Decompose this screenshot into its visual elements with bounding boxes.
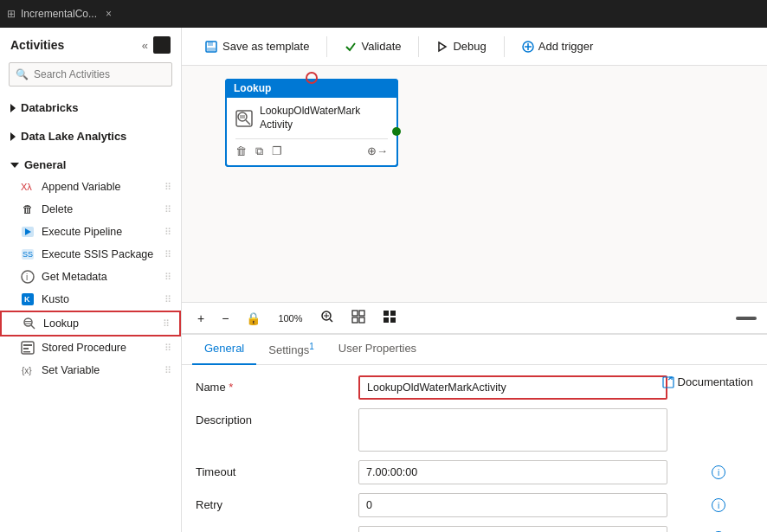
- fit-button[interactable]: [315, 306, 339, 330]
- sidebar-item-kusto[interactable]: K Kusto ⠿: [0, 288, 181, 311]
- collapse-icon[interactable]: «: [142, 39, 148, 52]
- drag-handle: ⠿: [164, 343, 171, 354]
- close-icon[interactable]: ×: [106, 8, 112, 20]
- content-area: Save as template Validate Debug: [182, 28, 767, 532]
- svg-rect-15: [23, 348, 29, 349]
- search-input[interactable]: [9, 62, 172, 87]
- svg-rect-36: [352, 317, 358, 323]
- group-general: General Xλ Append Variable ⠿ 🗑: [0, 151, 181, 385]
- panel-resize-handle[interactable]: [736, 317, 757, 320]
- item-label: Append Variable: [42, 181, 121, 193]
- sidebar-item-set-variable[interactable]: {x} Set Variable ⠿: [0, 359, 181, 381]
- sidebar-item-execute-ssis[interactable]: SS Execute SSIS Package ⠿: [0, 243, 181, 266]
- svg-rect-41: [390, 317, 396, 323]
- node-activity: LookupOldWaterMarkActivity: [235, 105, 388, 131]
- doc-label: Documentation: [678, 375, 753, 388]
- svg-text:K: K: [24, 295, 30, 304]
- item-left: {x} Set Variable: [21, 363, 100, 377]
- tab-settings[interactable]: Settings1: [256, 335, 326, 365]
- fit-icon: [320, 310, 334, 324]
- activities-list: Databricks Data Lake Analytics General: [0, 93, 181, 532]
- item-left: Xλ Append Variable: [21, 180, 121, 194]
- sidebar-item-append-variable[interactable]: Xλ Append Variable ⠿: [0, 176, 181, 198]
- zoom-100-button[interactable]: 100%: [273, 310, 307, 327]
- get-metadata-icon: i: [21, 270, 35, 284]
- item-left: Stored Procedure: [21, 341, 126, 355]
- tab-title: IncrementalCo...: [21, 8, 97, 20]
- validate-button[interactable]: Validate: [336, 35, 409, 57]
- item-label: Lookup: [43, 317, 79, 330]
- svg-line-10: [31, 325, 35, 329]
- separator: [326, 36, 327, 57]
- item-label: Execute SSIS Package: [42, 248, 153, 260]
- drag-handle: ⠿: [164, 294, 171, 305]
- node-activity-icon: [235, 110, 253, 127]
- separator: [504, 36, 505, 57]
- save-template-icon: [204, 40, 218, 54]
- minus-button[interactable]: −: [216, 308, 234, 329]
- node-duplicate-icon[interactable]: ❐: [272, 144, 282, 158]
- debug-button[interactable]: Debug: [428, 35, 494, 57]
- svg-point-26: [238, 112, 247, 121]
- node-delete-icon[interactable]: 🗑: [235, 144, 247, 158]
- drag-handle: ⠿: [164, 272, 171, 283]
- delete-icon: 🗑: [21, 202, 35, 216]
- drag-handle: ⠿: [164, 249, 171, 260]
- more-icon: [383, 310, 396, 324]
- item-label: Kusto: [42, 293, 69, 305]
- more-button[interactable]: [377, 306, 402, 330]
- node-copy-icon[interactable]: ⧉: [255, 144, 263, 158]
- svg-rect-35: [359, 311, 364, 316]
- group-label: Data Lake Analytics: [21, 130, 126, 143]
- group-data-lake-header[interactable]: Data Lake Analytics: [0, 125, 181, 147]
- item-label: Stored Procedure: [42, 342, 126, 354]
- doc-link-icon: [662, 376, 674, 388]
- sidebar-item-delete[interactable]: 🗑 Delete ⠿: [0, 198, 181, 221]
- tab-user-properties[interactable]: User Properties: [326, 335, 429, 365]
- retry-interval-input[interactable]: [358, 526, 667, 532]
- svg-marker-21: [439, 42, 446, 51]
- sidebar-title: Activities: [10, 38, 64, 52]
- node-success-indicator: [392, 127, 401, 136]
- add-trigger-label: Add trigger: [538, 40, 594, 53]
- grid-icon: [351, 310, 365, 324]
- group-general-header[interactable]: General: [0, 154, 181, 176]
- add-trigger-icon: [522, 41, 534, 53]
- svg-rect-19: [208, 42, 213, 46]
- group-databricks-header[interactable]: Databricks: [0, 97, 181, 119]
- tab-general[interactable]: General: [192, 335, 256, 365]
- retry-label: Retry: [196, 493, 358, 511]
- sidebar-item-execute-pipeline[interactable]: Execute Pipeline ⠿: [0, 221, 181, 243]
- description-input[interactable]: [358, 408, 667, 452]
- save-template-label: Save as template: [222, 40, 309, 53]
- save-template-button[interactable]: Save as template: [196, 35, 318, 58]
- debug-icon: [436, 41, 448, 53]
- svg-rect-11: [25, 321, 31, 322]
- timeout-info-icon[interactable]: i: [712, 465, 725, 479]
- name-input[interactable]: [358, 375, 667, 400]
- node-body: LookupOldWaterMarkActivity 🗑 ⧉ ❐ ⊕→: [225, 98, 398, 167]
- add-button[interactable]: +: [192, 308, 209, 329]
- timeout-input[interactable]: [358, 460, 667, 484]
- retry-input[interactable]: [358, 493, 667, 517]
- sidebar-menu-icon[interactable]: [153, 36, 171, 54]
- sidebar-item-get-metadata[interactable]: i Get Metadata ⠿: [0, 266, 181, 288]
- grid-button[interactable]: [346, 306, 371, 330]
- add-trigger-button[interactable]: Add trigger: [513, 35, 603, 57]
- node-connect-icon[interactable]: ⊕→: [367, 144, 388, 158]
- retry-info-icon[interactable]: i: [712, 498, 725, 512]
- item-label: Delete: [42, 203, 73, 215]
- expand-icon: [10, 132, 16, 141]
- group-label: General: [24, 158, 66, 171]
- sidebar-item-lookup[interactable]: Lookup ⠿: [0, 311, 181, 337]
- node-activity-name: LookupOldWaterMarkActivity: [260, 105, 360, 131]
- svg-text:SS: SS: [23, 250, 33, 259]
- drag-handle: ⠿: [164, 182, 171, 193]
- pipeline-node-lookup[interactable]: Lookup LookupOldWaterMarkActivity: [225, 79, 398, 167]
- documentation-link[interactable]: Documentation: [662, 375, 753, 388]
- activities-sidebar: Activities « 🔍 Databricks Da: [0, 28, 182, 532]
- sidebar-item-stored-procedure[interactable]: Stored Procedure ⠿: [0, 337, 181, 359]
- lock-button[interactable]: 🔒: [241, 308, 266, 329]
- svg-text:{x}: {x}: [22, 366, 32, 375]
- drag-handle: ⠿: [164, 204, 171, 215]
